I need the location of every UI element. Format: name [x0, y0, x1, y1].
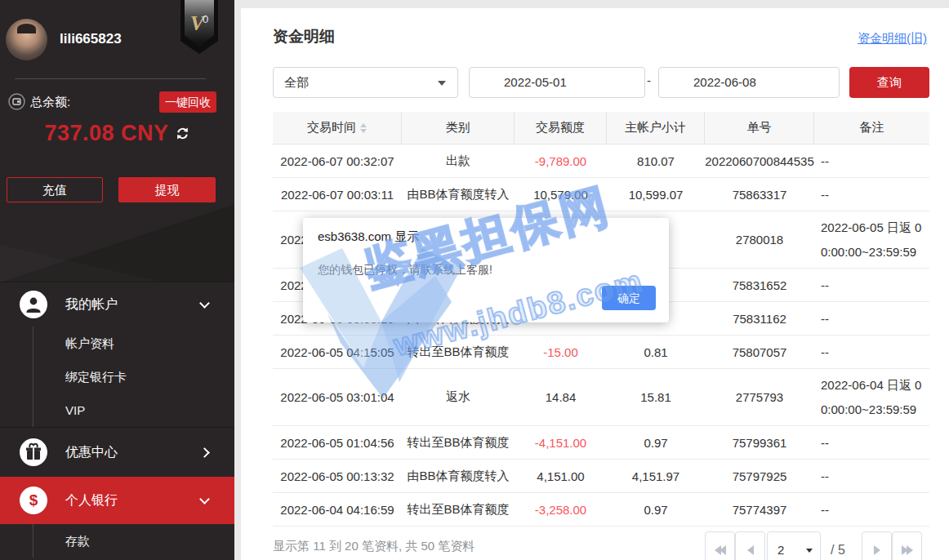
- sidebar-item-account-info[interactable]: 帐户资料: [0, 327, 234, 360]
- cell-order-no: 75807057: [705, 336, 814, 368]
- sidebar-item-bind-bank-card[interactable]: 绑定银行卡: [0, 360, 234, 393]
- balance-amount: 737.08 CNY: [44, 121, 168, 146]
- header-trade-time[interactable]: 交易时间: [273, 112, 402, 144]
- browser-alert-dialog: esb3638.com 显示 您的钱包已停权，请联系线上客服! 确定: [303, 218, 669, 322]
- chevron-right-icon: [199, 447, 210, 458]
- divider: [15, 78, 206, 79]
- first-page-button[interactable]: [705, 531, 735, 560]
- sidebar-item-promo-center[interactable]: 优惠中心: [0, 427, 234, 477]
- cell-amount: -15.00: [515, 336, 607, 368]
- cell-type: 由BB体育额度转入: [402, 178, 515, 211]
- pagination-info: 显示第 11 到 20 笔资料, 共 50 笔资料: [273, 539, 474, 554]
- cell-order-no: 75799361: [705, 426, 814, 459]
- cell-order-no: 75797925: [705, 460, 814, 492]
- cell-order-no: 75831652: [705, 269, 814, 301]
- cell-type: 返水: [402, 369, 515, 425]
- last-page-button[interactable]: [892, 531, 922, 560]
- date-range-separator: -: [647, 73, 651, 87]
- header-amount: 交易额度: [515, 112, 607, 144]
- date-to-input[interactable]: 2022-06-08: [658, 67, 840, 98]
- page-select-value: 2: [777, 543, 784, 557]
- page-select[interactable]: 2: [767, 531, 821, 560]
- cell-remark: --: [814, 178, 929, 211]
- cell-amount: 10,579.00: [515, 178, 607, 211]
- cell-type: 出款: [402, 144, 515, 177]
- my-account-submenu: 帐户资料 绑定银行卡 VIP: [0, 327, 234, 427]
- deposit-button[interactable]: 充值: [7, 177, 103, 202]
- page-total-label: / 5: [831, 531, 845, 560]
- sidebar: V 0 lili665823 总余额: 一键回收 737.08 CNY: [0, 0, 234, 560]
- table-row: 2022-06-07 00:32:07出款-9,789.00810.072022…: [273, 144, 929, 178]
- cell-type: 转出至BB体育额度: [402, 426, 515, 459]
- table-row: 2022-06-07 00:03:11由BB体育额度转入10,579.0010,…: [273, 178, 929, 211]
- search-button[interactable]: 查询: [849, 67, 929, 98]
- sidebar-item-deposit[interactable]: 存款: [0, 524, 234, 558]
- balance-label: 总余额:: [30, 95, 70, 110]
- cell-remark: --: [814, 336, 929, 368]
- cell-trade-time: 2022-06-05 03:01:04: [273, 369, 402, 425]
- sidebar-item-vip[interactable]: VIP: [0, 393, 234, 427]
- table-row: 2022-06-05 03:01:04返水14.8415.81277579320…: [273, 369, 929, 426]
- cell-subtotal: 0.81: [607, 336, 705, 368]
- table-row: 2022-06-05 01:04:56转出至BB体育额度-4,151.000.9…: [273, 426, 929, 460]
- user-icon: [20, 291, 47, 318]
- cell-trade-time: 2022-06-07 00:03:11: [273, 178, 402, 211]
- header-order-no: 单号: [705, 112, 814, 144]
- cell-trade-time: 2022-06-05 01:04:56: [273, 426, 402, 459]
- cell-subtotal: 0.97: [607, 426, 705, 459]
- sidebar-menu: 我的帐户 帐户资料 绑定银行卡 VIP 优惠中心: [0, 282, 234, 558]
- cell-remark: 2022-06-05 日返 00:00:00~23:59:59: [814, 211, 929, 268]
- table-header-row: 交易时间 类别 交易额度 主帐户小计 单号 备注: [273, 112, 929, 144]
- chevron-down-icon: [199, 494, 210, 504]
- cell-type: 由BB体育额度转入: [402, 460, 515, 492]
- header-remark: 备注: [814, 112, 929, 144]
- caret-down-icon: [806, 549, 813, 553]
- cell-amount: -4,151.00: [515, 426, 607, 459]
- cell-remark: 2022-06-04 日返 00:00:00~23:59:59: [814, 369, 929, 425]
- wallet-icon: [8, 93, 25, 110]
- avatar[interactable]: [6, 19, 47, 60]
- prev-page-button[interactable]: [735, 531, 765, 560]
- cell-remark: --: [814, 302, 929, 335]
- next-page-button[interactable]: [862, 531, 892, 560]
- date-from-input[interactable]: 2022-05-01: [469, 67, 645, 98]
- dialog-message: 您的钱包已停权，请联系线上客服!: [318, 263, 492, 278]
- transaction-type-select[interactable]: 全部: [273, 67, 458, 98]
- app-root: V 0 lili665823 总余额: 一键回收 737.08 CNY: [0, 0, 949, 560]
- cell-amount: -9,789.00: [515, 144, 607, 177]
- cell-trade-time: 2022-06-05 00:13:32: [273, 460, 402, 492]
- cell-type: 转出至BB体育额度: [402, 493, 515, 526]
- cell-subtotal: 4,151.97: [607, 460, 705, 492]
- personal-bank-submenu: 存款: [0, 524, 234, 558]
- cell-remark: --: [814, 269, 929, 301]
- cell-order-no: 75831162: [705, 302, 814, 335]
- cell-order-no: 75863317: [705, 178, 814, 211]
- sidebar-item-my-account[interactable]: 我的帐户: [0, 282, 234, 327]
- cell-order-no: 2022060700844535: [705, 144, 814, 177]
- header-subtotal: 主帐户小计: [607, 112, 705, 144]
- funds-detail-old-link[interactable]: 资金明细(旧): [858, 31, 927, 47]
- cell-remark: --: [814, 426, 929, 459]
- dialog-confirm-button[interactable]: 确定: [602, 286, 656, 310]
- cell-remark: --: [814, 493, 929, 526]
- table-row: 2022-06-05 04:15:05转出至BB体育额度-15.000.8175…: [273, 336, 929, 369]
- withdraw-button[interactable]: 提现: [118, 177, 216, 202]
- cell-trade-time: 2022-06-05 04:15:05: [273, 336, 402, 368]
- refresh-icon[interactable]: [175, 126, 190, 141]
- cell-trade-time: 2022-06-04 04:16:59: [273, 493, 402, 526]
- one-key-recycle-button[interactable]: 一键回收: [159, 91, 216, 113]
- cell-amount: 14.84: [515, 369, 607, 425]
- page-title: 资金明细: [273, 26, 335, 47]
- table-row: 2022-06-05 00:13:32由BB体育额度转入4,151.004,15…: [273, 460, 929, 493]
- cell-amount: -3,258.00: [515, 493, 607, 526]
- cell-subtotal: 0.97: [607, 493, 705, 526]
- chevron-down-icon: [199, 298, 210, 309]
- sidebar-item-label: 优惠中心: [65, 444, 118, 461]
- caret-down-icon: [438, 81, 446, 86]
- table-body: 2022-06-07 00:32:07出款-9,789.00810.072022…: [273, 144, 929, 527]
- cell-remark: --: [814, 144, 929, 177]
- dollar-icon: $: [20, 487, 47, 514]
- cell-subtotal: 810.07: [607, 144, 705, 177]
- sort-icon[interactable]: [360, 123, 367, 133]
- sidebar-item-personal-bank[interactable]: $ 个人银行: [0, 477, 234, 524]
